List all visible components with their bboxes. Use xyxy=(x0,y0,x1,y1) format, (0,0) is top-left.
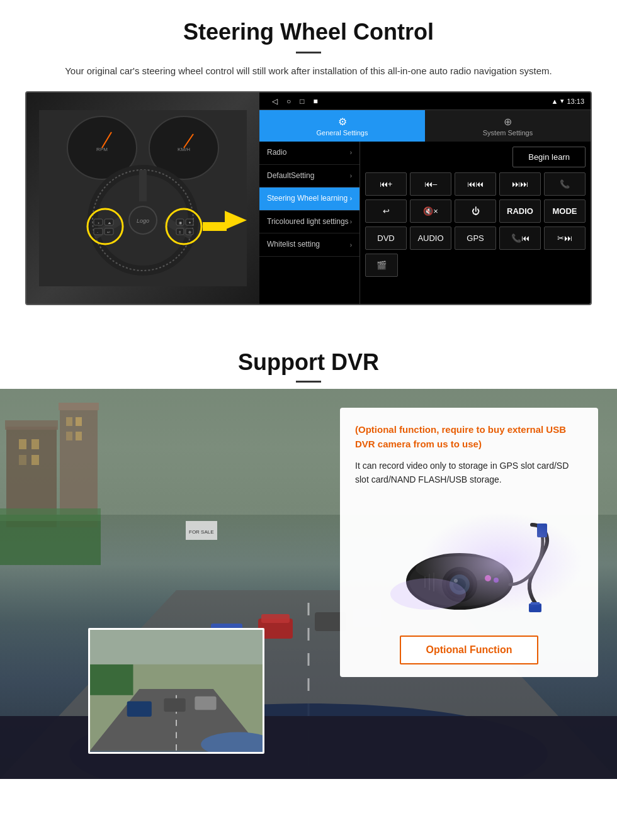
title-divider xyxy=(296,52,321,53)
svg-rect-43 xyxy=(66,417,72,426)
phone-prev-btn[interactable]: 📞⏮ xyxy=(499,227,541,250)
dvd-btn[interactable]: DVD xyxy=(365,227,407,250)
tab-system-settings[interactable]: ⊕ System Settings xyxy=(425,110,591,142)
svg-rect-83 xyxy=(195,697,216,710)
next-track-btn[interactable]: ⏭⏭ xyxy=(499,172,541,196)
svg-point-77 xyxy=(390,578,466,610)
menu-item-radio[interactable]: Radio › xyxy=(259,142,359,165)
back-nav-icon[interactable]: ◁ xyxy=(272,97,278,106)
mute-btn[interactable]: 🔇× xyxy=(410,199,451,223)
dvr-divider xyxy=(296,381,321,383)
svg-rect-38 xyxy=(31,439,39,449)
begin-learn-button[interactable]: Begin learn xyxy=(512,147,586,167)
audio-btn[interactable]: AUDIO xyxy=(410,227,451,250)
svg-text:⏶: ⏶ xyxy=(108,221,111,225)
svg-rect-52 xyxy=(261,614,290,623)
steering-wheel-photo: RPM KM/H Logo xyxy=(26,92,259,304)
dvr-camera-image xyxy=(355,500,583,625)
page-title: Steering Wheel Control xyxy=(25,19,592,45)
svg-rect-40 xyxy=(31,455,39,465)
menu-item-steering-wheel-learning[interactable]: Steering Wheel learning › xyxy=(259,188,359,211)
menu-nav-icon[interactable]: ■ xyxy=(314,97,318,106)
svg-text:FOR SALE: FOR SALE xyxy=(189,529,214,535)
system-icon: ⊕ xyxy=(504,116,512,128)
dvr-thumbnail-svg xyxy=(90,628,263,752)
dvr-thumbnail-image xyxy=(88,628,264,754)
home-nav-icon[interactable]: ○ xyxy=(286,97,291,106)
svg-rect-33 xyxy=(203,222,227,231)
svg-rect-46 xyxy=(76,432,82,440)
control-row-3: DVD AUDIO GPS 📞⏮ ✂⏭ xyxy=(365,227,586,250)
chevron-icon: › xyxy=(350,148,352,157)
dvr-background-scene: FOR SALE (Optional function, require to … xyxy=(0,389,617,779)
recents-nav-icon[interactable]: □ xyxy=(300,97,304,106)
chevron-icon: › xyxy=(350,241,352,249)
svg-text:◉: ◉ xyxy=(179,221,182,225)
vol-down-btn[interactable]: ⏮– xyxy=(410,172,451,196)
chevron-icon: › xyxy=(350,194,352,203)
power-btn[interactable]: ⏻ xyxy=(455,199,496,223)
svg-rect-55 xyxy=(0,515,101,565)
tab-general-settings[interactable]: ⚙ General Settings xyxy=(259,110,425,142)
svg-rect-36 xyxy=(5,420,58,430)
control-row-4: 🎬 xyxy=(365,254,586,277)
svg-text:⊕: ⊕ xyxy=(188,230,191,234)
svg-rect-81 xyxy=(127,702,152,717)
dvr-title-area: Support DVR xyxy=(0,337,617,389)
menu-item-whitelist[interactable]: Whitelist setting › xyxy=(259,233,359,257)
menu-item-tricoloured-label: Tricoloured light settings xyxy=(267,217,349,227)
steering-controls-area: Begin learn ⏮+ ⏮– ⏮⏮ ⏭⏭ 📞 ↩ 🔇× ⏻ xyxy=(360,142,591,304)
call-btn[interactable]: 📞 xyxy=(544,172,586,196)
chevron-icon: › xyxy=(350,218,352,226)
support-dvr-section: Support DVR xyxy=(0,337,617,783)
settings-content: Radio › DefaultSetting › Steering Wheel … xyxy=(259,142,591,304)
statusbar-nav: ◁ ○ □ ■ xyxy=(272,97,318,106)
cut-next-btn[interactable]: ✂⏭ xyxy=(544,227,586,250)
svg-text:+: + xyxy=(98,221,100,225)
wifi-icon: ▾ xyxy=(560,97,564,105)
svg-text:✦: ✦ xyxy=(188,221,191,225)
svg-text:Logo: Logo xyxy=(137,218,149,224)
dvr-camera-svg xyxy=(368,506,570,619)
svg-rect-82 xyxy=(164,698,185,712)
android-settings-panel: ◁ ○ □ ■ ▲ ▾ 13:13 ⚙ General Settings xyxy=(259,92,591,304)
menu-item-default-label: DefaultSetting xyxy=(267,171,314,181)
gps-btn[interactable]: GPS xyxy=(455,227,496,250)
hang-up-btn[interactable]: ↩ xyxy=(365,199,407,223)
gear-icon: ⚙ xyxy=(338,116,347,128)
optional-function-button[interactable]: Optional Function xyxy=(400,636,539,664)
svg-rect-76 xyxy=(537,524,547,537)
statusbar-system-icons: ▲ ▾ 13:13 xyxy=(552,97,584,105)
svg-rect-44 xyxy=(76,417,82,426)
chevron-icon: › xyxy=(350,172,352,180)
control-row-2: ↩ 🔇× ⏻ RADIO MODE xyxy=(365,199,586,223)
svg-rect-37 xyxy=(19,439,26,449)
menu-item-defaultsetting[interactable]: DefaultSetting › xyxy=(259,165,359,188)
prev-track-btn[interactable]: ⏮⏮ xyxy=(455,172,496,196)
svg-rect-61 xyxy=(529,603,541,612)
svg-rect-85 xyxy=(90,628,263,664)
tab-general-label: General Settings xyxy=(317,129,368,137)
dvr-thumbnail-inner xyxy=(90,630,263,752)
svg-rect-39 xyxy=(19,455,26,465)
menu-item-radio-label: Radio xyxy=(267,148,286,158)
menu-item-whitelist-label: Whitelist setting xyxy=(267,240,320,250)
menu-item-tricoloured[interactable]: Tricoloured light settings › xyxy=(259,211,359,234)
android-statusbar: ◁ ○ □ ■ ▲ ▾ 13:13 xyxy=(259,92,591,110)
vol-up-btn[interactable]: ⏮+ xyxy=(365,172,407,196)
svg-rect-17 xyxy=(94,228,103,235)
tab-system-label: System Settings xyxy=(483,129,533,137)
radio-btn[interactable]: RADIO xyxy=(499,199,541,223)
mode-btn[interactable]: MODE xyxy=(544,199,586,223)
dvr-cam-btn[interactable]: 🎬 xyxy=(365,254,398,277)
steering-wheel-section: Steering Wheel Control Your original car… xyxy=(0,0,617,318)
android-ui-mockup: RPM KM/H Logo xyxy=(25,91,592,305)
dvr-title: Support DVR xyxy=(0,349,617,376)
steering-wheel-svg: RPM KM/H Logo xyxy=(39,110,247,286)
subtitle-text: Your original car's steering wheel contr… xyxy=(50,64,567,79)
dvr-optional-text: (Optional function, require to buy exter… xyxy=(355,423,583,451)
begin-learn-row: Begin learn xyxy=(365,147,586,167)
menu-item-steering-label: Steering Wheel learning xyxy=(267,194,348,204)
svg-point-74 xyxy=(485,575,491,581)
settings-tabs: ⚙ General Settings ⊕ System Settings xyxy=(259,110,591,142)
